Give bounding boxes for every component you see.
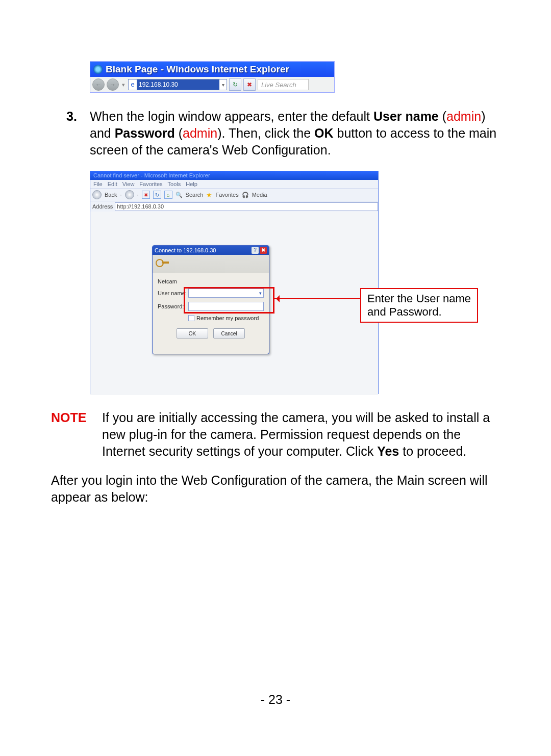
auth-dialog: Connect to 192.168.0.30 ? ✖ Netcam User … [152,245,269,354]
menu-view[interactable]: View [122,180,135,188]
callout-line-2: and Password. [367,305,471,319]
auth-realm: Netcam [158,278,264,284]
search-box[interactable]: Live Search [258,79,309,90]
address-label: Address [92,203,113,210]
ie-logo-icon [93,65,103,74]
home-icon[interactable]: ⌂ [164,191,172,199]
search-icon[interactable]: 🔍 [176,192,183,198]
favorites-label: Favorites [215,192,238,198]
ie-menu-bar: File Edit View Favorites Tools Help [90,180,378,188]
media-icon[interactable]: 🎧 [242,192,249,198]
close-button[interactable]: ✖ [260,247,267,254]
menu-help[interactable]: Help [186,180,197,188]
back-button[interactable]: ← [92,79,105,91]
refresh-icon[interactable]: ↻ [153,191,161,199]
password-label: Password: [158,303,188,309]
username-label: User name: [158,290,188,296]
username-field[interactable]: ▾ [188,289,264,298]
stop-icon[interactable]: ✖ [142,191,150,199]
note-text: If you are initially accessing the camer… [102,409,500,460]
ie-title-bar: Blank Page - Windows Internet Explorer [90,62,334,77]
menu-file[interactable]: File [93,180,103,188]
menu-edit[interactable]: Edit [108,180,117,188]
ie-window-title: Cannot find server - Microsoft Internet … [90,171,378,180]
address-url: 192.168.10.30 [137,80,219,90]
step-3-text: When the login window appears, enter the… [90,108,500,159]
keys-icon [156,258,171,270]
ie-nav-toolbar: ← → ▾ e 192.168.10.30 ▾ ↻ ✖ Live Search [90,77,334,92]
media-label: Media [252,192,267,198]
password-field[interactable] [188,302,264,311]
ie-browser-bar: Blank Page - Windows Internet Explorer ←… [90,61,335,93]
ie-address-field[interactable]: http://192.168.0.30 [115,202,378,211]
auth-title: Connect to 192.168.0.30 [155,247,251,253]
remember-password[interactable]: Remember my password [188,315,264,321]
address-dropdown-icon: ▾ [219,82,227,88]
ie-address-row: Address http://192.168.0.30 [90,201,378,212]
after-login-text: After you login into the Web Configurati… [51,472,500,506]
forward-icon[interactable] [125,190,134,199]
refresh-button[interactable]: ↻ [229,79,241,91]
login-screenshot: Cannot find server - Microsoft Internet … [90,171,498,395]
back-icon[interactable] [92,190,102,199]
auth-banner [153,255,269,273]
ie-window-title: Blank Page - Windows Internet Explorer [106,64,289,75]
callout-box: Enter the User name and Password. [360,288,478,323]
page-number: - 23 - [0,692,551,707]
remember-checkbox[interactable] [188,315,194,321]
auth-titlebar: Connect to 192.168.0.30 ? ✖ [153,246,269,255]
menu-favorites[interactable]: Favorites [139,180,162,188]
step-number: 3. [66,108,90,159]
address-bar[interactable]: e 192.168.10.30 ▾ [128,79,227,90]
back-label: Back [105,192,117,198]
callout-arrow [273,298,361,299]
ie-e-icon: e [129,81,137,89]
dropdown-icon: ▾ [121,82,126,88]
cancel-button[interactable]: Cancel [213,328,245,338]
help-button[interactable]: ? [252,247,259,254]
step-3: 3. When the login window appears, enter … [66,108,500,159]
note-block: NOTE If you are initially accessing the … [51,409,500,460]
callout-line-1: Enter the User name [367,292,471,305]
ok-button[interactable]: OK [177,328,208,338]
favorites-icon[interactable]: ★ [206,191,212,199]
note-label: NOTE [51,409,102,460]
ie-toolbar: Back · · ✖ ↻ ⌂ 🔍 Search ★ Favorites 🎧 Me… [90,188,378,201]
remember-label: Remember my password [196,315,259,321]
stop-button[interactable]: ✖ [243,79,256,91]
user-dropdown-icon: ▾ [257,291,263,296]
menu-tools[interactable]: Tools [168,180,181,188]
forward-button[interactable]: → [107,79,119,91]
search-label: Search [186,192,204,198]
